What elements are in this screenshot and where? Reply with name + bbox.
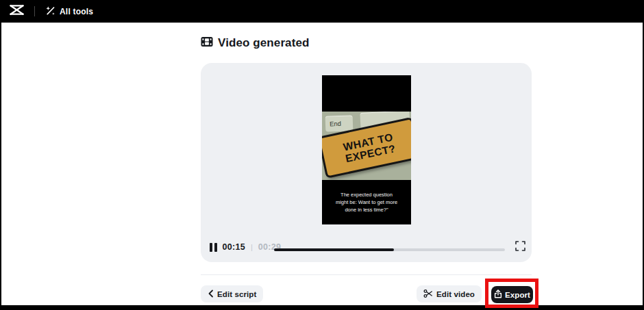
section-divider	[201, 274, 532, 275]
edit-video-button[interactable]: Edit video	[417, 285, 482, 302]
current-time: 00:15	[223, 242, 245, 252]
fullscreen-button[interactable]	[512, 240, 528, 255]
end-key-label: End	[330, 120, 341, 128]
caption-line-3: done in less time?"	[322, 207, 411, 214]
app-window: All tools Video generated	[0, 0, 644, 310]
video-preview[interactable]: End WHAT TO EXPECT? The expected questio…	[322, 75, 411, 224]
caption-line-2: might be: Want to get more	[322, 199, 411, 207]
frame-edge-bottom	[0, 305, 644, 310]
export-button[interactable]: Export	[491, 286, 533, 303]
progress-fill	[274, 248, 394, 251]
page-header: Video generated	[201, 36, 309, 50]
pause-button[interactable]	[210, 243, 217, 252]
frame-edge-left	[0, 0, 1, 310]
capcut-logo[interactable]	[8, 3, 25, 20]
capcut-logo-icon	[8, 3, 25, 20]
topbar-divider	[34, 6, 35, 16]
magic-tools-icon	[45, 5, 55, 18]
chevron-left-icon	[208, 289, 214, 299]
all-tools-label: All tools	[60, 7, 93, 16]
caption-line-1: The expected question	[322, 192, 411, 199]
film-icon	[201, 36, 213, 50]
pause-icon-bar	[214, 243, 217, 252]
player-controls: 00:15 | 00:29	[210, 242, 281, 253]
scissors-icon	[423, 289, 433, 300]
topbar: All tools	[0, 0, 644, 23]
pause-icon	[210, 243, 212, 252]
video-caption: The expected question might be: Want to …	[322, 192, 411, 214]
keyboard-end-key: End	[325, 115, 354, 131]
edit-script-label: Edit script	[217, 290, 256, 298]
video-frame-photo: End WHAT TO EXPECT?	[322, 112, 411, 180]
edit-script-button[interactable]: Edit script	[201, 285, 263, 302]
export-icon	[494, 289, 502, 300]
progress-bar[interactable]	[274, 248, 505, 251]
page-title: Video generated	[218, 36, 309, 50]
time-separator: |	[251, 243, 253, 251]
edit-video-label: Edit video	[436, 290, 475, 298]
export-label: Export	[505, 291, 530, 299]
all-tools-menu[interactable]: All tools	[45, 5, 93, 18]
preview-card: End WHAT TO EXPECT? The expected questio…	[201, 63, 532, 262]
fullscreen-icon	[515, 241, 525, 253]
